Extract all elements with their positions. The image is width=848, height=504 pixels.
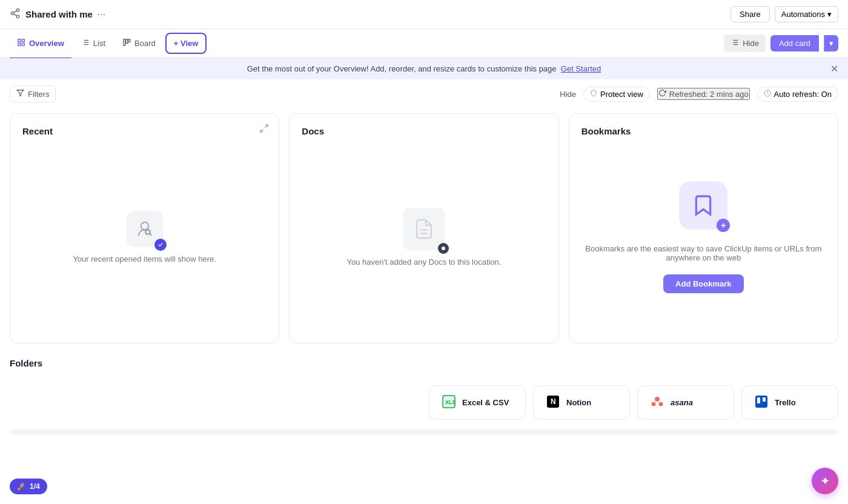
svg-rect-7 [18,43,21,45]
automations-button[interactable]: Automations ▾ [775,6,838,22]
docs-empty-text: You haven't added any Docs to this locat… [347,257,502,267]
filters-button[interactable]: Filters [10,85,56,102]
chevron-down-icon: ▾ [827,10,832,19]
add-card-dropdown-button[interactable]: ▾ [824,35,838,51]
add-card-button[interactable]: Add card [770,35,819,51]
folders-title: Folders [10,358,838,368]
svg-point-25 [141,222,148,230]
tab-view-label: + View [174,39,199,48]
protect-view-label: Protect view [600,90,643,99]
filter-icon [16,89,24,99]
banner-text: Get the most out of your Overview! Add, … [247,64,601,73]
bookmarks-card-title: Bookmarks [581,126,826,136]
filter-bar: Filters Hide Protect view Refreshed: 2 m… [0,79,848,108]
svg-point-0 [16,8,19,12]
svg-text:N: N [551,397,556,406]
svg-point-1 [11,12,14,15]
get-started-link[interactable]: Get Started [561,64,601,73]
import-asana-card[interactable]: asana [637,385,734,420]
filter-bar-left: Filters [10,85,56,102]
recent-card-expand-icon[interactable] [259,124,269,136]
excel-icon: XLS [442,394,456,411]
import-excel-card[interactable]: XLS Excel & CSV [429,385,526,420]
svg-rect-5 [18,39,21,42]
tabs-left: Overview List Board + View [10,33,207,54]
add-bookmark-button[interactable]: Add Bookmark [663,274,743,293]
hide-icon [730,38,739,48]
filters-label: Filters [28,90,49,99]
refresh-button[interactable]: Refreshed: 2 mins ago [657,88,750,100]
protect-view-button[interactable]: Protect view [583,87,650,102]
header-left: Shared with me ··· [10,8,105,21]
svg-line-4 [13,10,16,12]
hide-label: Hide [743,39,759,48]
shield-icon [590,90,597,99]
docs-card-title: Docs [302,126,546,136]
tabs-bar: Overview List Board + View Hide Add card… [0,29,848,58]
recent-empty-icon [127,211,163,247]
tabs-right: Hide Add card ▾ [724,35,838,52]
docs-empty-icon [403,208,445,250]
svg-line-3 [13,14,16,16]
more-options-icon[interactable]: ··· [98,9,105,20]
list-icon [81,38,90,48]
svg-rect-37 [757,397,760,403]
svg-point-2 [16,15,19,18]
svg-rect-17 [128,39,130,42]
cards-grid: Recent Your recent opened items will sho… [0,108,848,348]
header: Shared with me ··· Share Automations ▾ [0,0,848,29]
docs-card: Docs You haven't added any Docs to this … [289,113,558,343]
svg-point-34 [652,402,656,406]
share-button[interactable]: Share [730,6,770,22]
bookmarks-empty-text: Bookmarks are the easiest way to save Cl… [581,244,826,262]
tab-board-label: Board [134,39,156,48]
bookmarks-card: Bookmarks + Bookmarks are the easiest wa… [569,113,838,343]
auto-refresh-button[interactable]: Auto refresh: On [757,87,838,102]
refreshed-label: Refreshed: 2 mins ago [669,90,749,99]
info-banner: Get the most out of your Overview! Add, … [0,58,848,79]
tab-board[interactable]: Board [115,33,163,53]
recent-card-title: Recent [22,126,267,136]
automations-label: Automations [781,10,825,19]
svg-rect-38 [763,397,766,402]
tab-list-label: List [93,39,105,48]
horizontal-scrollbar[interactable] [10,429,838,434]
trello-icon [754,394,769,411]
bookmark-icon-wrapper: + [679,181,727,230]
filter-hide-button[interactable]: Hide [560,90,576,99]
docs-card-empty-state: You haven't added any Docs to this locat… [302,144,546,331]
recent-card-empty-state: Your recent opened items will show here. [22,144,267,331]
board-icon [122,38,131,48]
notion-label: Notion [566,398,591,407]
tab-add-view[interactable]: + View [165,33,207,54]
hide-button[interactable]: Hide [724,35,766,52]
banner-close-button[interactable]: ✕ [830,63,838,75]
folders-section: Folders [0,348,848,380]
import-trello-card[interactable]: Trello [741,385,838,420]
svg-line-24 [260,129,263,132]
svg-rect-8 [22,43,24,45]
tab-overview[interactable]: Overview [10,33,71,53]
grid-icon [17,38,25,48]
bookmarks-card-empty-state: + Bookmarks are the easiest way to save … [581,144,826,331]
svg-text:XLS: XLS [445,399,456,405]
tab-overview-label: Overview [29,39,64,48]
svg-rect-15 [124,39,125,46]
svg-point-33 [655,397,660,402]
import-section: XLS Excel & CSV N Notion asana [0,380,848,425]
tab-list[interactable]: List [74,33,113,53]
asana-icon [650,394,664,411]
recent-check-icon [154,239,167,251]
header-right: Share Automations ▾ [730,6,838,22]
share-icon [10,8,21,21]
svg-point-35 [659,402,663,406]
asana-label: asana [671,398,693,407]
clock-icon [764,90,771,99]
auto-refresh-label: Auto refresh: On [774,90,832,99]
page-title: Shared with me [25,9,93,19]
bookmark-add-icon: + [717,219,730,232]
import-notion-card[interactable]: N Notion [533,385,630,420]
svg-line-23 [265,125,268,128]
docs-dot-icon [438,243,449,254]
trello-label: Trello [775,398,796,407]
